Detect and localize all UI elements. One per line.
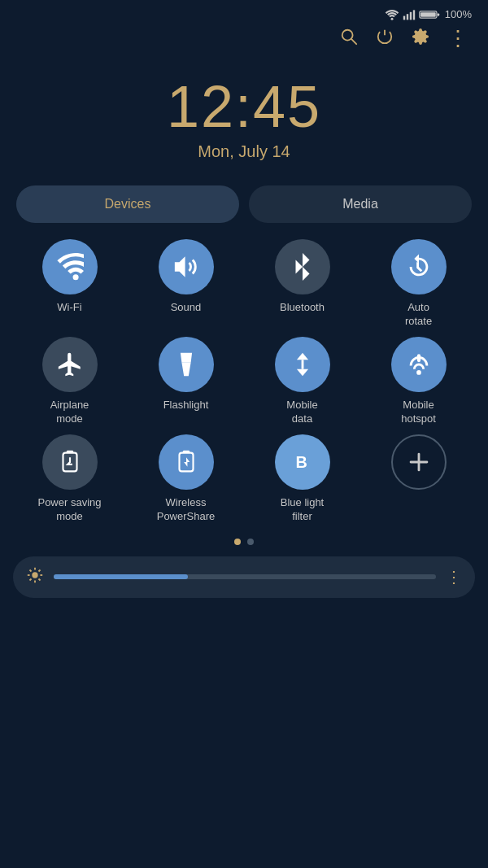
tile-add[interactable] (362, 434, 475, 524)
dot-2 (247, 539, 254, 545)
bluetooth-label: Bluetooth (280, 301, 325, 315)
bluetooth-icon (275, 239, 330, 294)
tile-wirelesspowershare[interactable]: Wireless PowerShare (129, 434, 242, 524)
svg-line-31 (29, 578, 31, 580)
airplane-label: Airplane mode (50, 399, 89, 426)
hotspot-label: Mobile hotspot (401, 399, 436, 426)
powersaving-icon (42, 434, 98, 490)
dot-1 (234, 539, 241, 545)
brightness-icon (26, 566, 44, 588)
sound-label: Sound (171, 301, 202, 315)
wifi-icon (42, 239, 98, 294)
tile-wifi[interactable]: Wi-Fi (13, 239, 126, 329)
autorotate-label: Auto rotate (405, 301, 432, 329)
svg-rect-4 (413, 10, 415, 20)
svg-rect-6 (420, 12, 436, 17)
brightness-track[interactable] (54, 574, 436, 579)
tile-mobiledata[interactable]: Mobile data (246, 337, 359, 426)
clock-area: 12:45 Mon, July 14 (0, 59, 488, 185)
settings-icon[interactable] (412, 28, 429, 50)
svg-rect-1 (403, 15, 405, 20)
sound-icon (159, 239, 214, 294)
power-icon[interactable] (376, 28, 394, 50)
tabs-row: Devices Media (0, 185, 488, 239)
wirelesspowershare-icon (159, 434, 214, 490)
more-icon[interactable]: ⋮ (447, 28, 468, 50)
tile-sound[interactable]: Sound (129, 239, 242, 329)
svg-rect-19 (182, 451, 190, 453)
brightness-more-icon[interactable]: ⋮ (446, 567, 462, 587)
tile-hotspot[interactable]: Mobile hotspot (362, 337, 475, 426)
tile-flashlight[interactable]: Flashlight (129, 337, 242, 426)
tab-devices[interactable]: Devices (16, 185, 239, 223)
svg-line-28 (29, 569, 31, 571)
add-icon (391, 434, 447, 490)
signal-icons: 100% (385, 8, 472, 20)
quick-actions-row: ⋮ (0, 24, 488, 59)
brightness-fill (54, 574, 188, 579)
svg-text:B: B (295, 453, 307, 471)
svg-rect-15 (416, 354, 420, 362)
status-bar: 100% (0, 0, 488, 24)
flashlight-icon (159, 337, 214, 392)
tab-media[interactable]: Media (249, 185, 472, 223)
tile-autorotate[interactable]: Auto rotate (362, 239, 475, 329)
tiles-grid: Wi-Fi Sound Bluetooth Auto rotat (0, 239, 488, 523)
svg-marker-11 (174, 256, 185, 277)
powersaving-label: Power saving mode (37, 496, 101, 524)
svg-line-9 (351, 39, 356, 44)
mobiledata-icon (275, 337, 330, 392)
svg-point-23 (32, 572, 37, 578)
hotspot-icon (391, 337, 447, 392)
wirelesspowershare-label: Wireless PowerShare (157, 496, 216, 524)
svg-line-30 (38, 569, 40, 571)
airplane-icon (42, 337, 98, 392)
svg-rect-2 (407, 14, 408, 20)
tile-bluetooth[interactable]: Bluetooth (246, 239, 359, 329)
wifi-label: Wi-Fi (57, 301, 81, 315)
flashlight-label: Flashlight (163, 399, 209, 412)
svg-rect-7 (438, 13, 439, 15)
autorotate-icon (391, 239, 447, 294)
brightness-bar[interactable]: ⋮ (13, 556, 475, 598)
svg-point-0 (390, 17, 393, 20)
tile-airplane[interactable]: Airplane mode (13, 337, 126, 426)
svg-rect-3 (410, 11, 412, 20)
bluelight-icon: B (275, 434, 330, 490)
tile-powersaving[interactable]: Power saving mode (13, 434, 126, 524)
clock-date: Mon, July 14 (0, 142, 488, 161)
clock-time: 12:45 (0, 75, 488, 139)
search-icon[interactable] (340, 28, 358, 50)
tile-bluelight[interactable]: B Blue light filter (246, 434, 359, 524)
mobiledata-label: Mobile data (286, 399, 317, 426)
svg-point-14 (416, 370, 421, 375)
svg-line-29 (38, 578, 40, 580)
battery-text: 100% (445, 8, 472, 20)
svg-rect-17 (66, 451, 73, 453)
bluelight-label: Blue light filter (281, 496, 324, 524)
page-dots (0, 539, 488, 545)
svg-point-10 (72, 274, 78, 280)
